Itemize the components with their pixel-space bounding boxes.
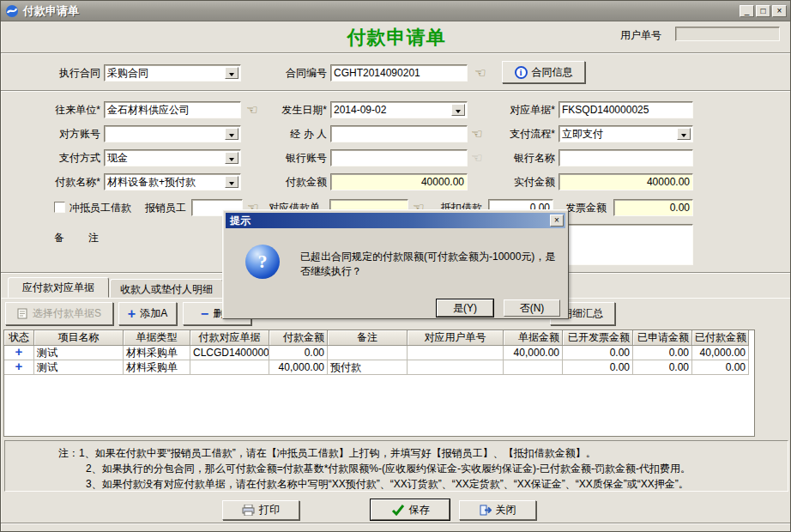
table-cell[interactable]: 0.00: [633, 346, 692, 360]
table-cell[interactable]: +: [4, 346, 34, 360]
check-icon: [391, 505, 405, 516]
print-button[interactable]: 打印: [222, 500, 299, 520]
table-header-cell[interactable]: 对应用户单号: [408, 330, 504, 346]
save-button[interactable]: 保存: [371, 499, 450, 520]
exec-contract-label: 执行合同: [18, 64, 100, 82]
table-cell[interactable]: CLCGD140000026: [190, 346, 269, 360]
table-cell[interactable]: 材料采购单: [124, 360, 190, 375]
table-cell[interactable]: 40,000.00: [269, 360, 328, 375]
chevron-down-icon[interactable]: [225, 152, 239, 164]
table-cell[interactable]: 40,000.00: [692, 346, 749, 360]
lookup-hand-icon[interactable]: ☜: [474, 66, 486, 80]
dialog-yes-button[interactable]: 是(Y): [437, 299, 493, 317]
plus-icon: +: [128, 308, 136, 320]
note-line: 3、如果付款没有对应付款单据，请在付款名称中写明“XX预付款”、“XX订货款”、…: [86, 476, 689, 492]
contract-no-label: 合同编号: [255, 64, 327, 82]
table-cell[interactable]: 0.00: [563, 346, 633, 360]
exit-door-icon: [480, 505, 492, 516]
table-cell[interactable]: 测试: [34, 346, 124, 360]
chevron-down-icon[interactable]: [677, 128, 691, 140]
maximize-icon[interactable]: □: [756, 5, 770, 17]
chevron-down-icon[interactable]: [225, 67, 239, 79]
dialog-message: 已超出合同规定的付款限额(可付款金额为-10000元)，是否继续执行？: [300, 250, 559, 279]
payment-request-window: 付款申请单 _ □ × 付款申请单 用户单号 执行合同 采购合同 合同编号 CG…: [0, 0, 791, 532]
table-cell[interactable]: 材料采购单: [124, 346, 190, 360]
chevron-down-icon[interactable]: [451, 104, 465, 116]
table-header-cell[interactable]: 已开发票金额: [563, 330, 633, 346]
table-cell[interactable]: [328, 346, 408, 360]
table-cell[interactable]: [408, 360, 504, 375]
table-header-cell[interactable]: 已申请金额: [633, 330, 692, 346]
offset-loan-checkbox[interactable]: [54, 202, 65, 213]
table-header-cell[interactable]: 单据金额: [504, 330, 563, 346]
close-icon[interactable]: ×: [772, 5, 787, 17]
pay-amount-field[interactable]: 40000.00: [330, 173, 468, 190]
table-header-cell[interactable]: 单据类型: [124, 330, 190, 346]
table-cell[interactable]: 测试: [34, 360, 124, 375]
table-row[interactable]: +测试材料采购单CLCGD1400000260.0040,000.000.000…: [4, 346, 754, 360]
table-header-cell[interactable]: 已付款金额: [692, 330, 749, 346]
dialog-no-button[interactable]: 否(N): [504, 299, 560, 317]
bank-name-field[interactable]: [559, 149, 693, 166]
invoice-label: 发票金额: [565, 199, 607, 216]
window-title: 付款申请单: [23, 1, 79, 21]
table-cell[interactable]: 0.00: [692, 360, 749, 375]
chevron-down-icon[interactable]: [225, 128, 239, 140]
dialog-titlebar: 提示: [226, 213, 565, 228]
table-cell[interactable]: [408, 346, 504, 360]
pay-flow-select[interactable]: 立即支付: [559, 125, 693, 142]
limit-warning-dialog: 提示 × ? 已超出合同规定的付款限额(可付款金额为-10000元)，是否继续执…: [222, 209, 569, 319]
tab-payable-docs[interactable]: 应付款对应单据: [8, 277, 109, 298]
user-no-field[interactable]: [675, 27, 780, 41]
expand-row-icon[interactable]: +: [15, 360, 23, 373]
payment-doc-table[interactable]: 状态项目名称单据类型付款对应单据付款金额备注对应用户单号单据金额已开发票金额已申…: [3, 329, 755, 437]
pay-flow-label: 支付流程*: [481, 125, 555, 142]
chevron-down-icon[interactable]: [225, 176, 239, 188]
info-icon: i: [515, 66, 528, 79]
note-line: 2、如果执行的分包合同，那么可付款金额=付款基数*付款限额%-(应收履约保证金-…: [86, 461, 691, 476]
date-select[interactable]: 2014-09-02: [330, 101, 468, 118]
contract-no-field[interactable]: CGHT2014090201: [330, 64, 468, 82]
expand-row-icon[interactable]: +: [15, 346, 23, 359]
select-payment-doc-button: 选择付款单据S: [5, 302, 113, 325]
pay-name-label: 付款名称*: [18, 173, 100, 190]
table-cell[interactable]: 40,000.00: [504, 346, 563, 360]
table-cell[interactable]: 预付款: [328, 360, 408, 375]
handler-field[interactable]: [330, 125, 468, 142]
reimburse-label: 报销员工: [145, 199, 186, 216]
pay-method-select[interactable]: 现金: [104, 149, 241, 166]
table-cell[interactable]: [504, 360, 563, 375]
ref-doc-field[interactable]: FKSQD140000025: [559, 101, 693, 118]
table-header-cell[interactable]: 项目名称: [34, 330, 124, 346]
table-cell[interactable]: +: [4, 360, 34, 375]
table-header-cell[interactable]: 备注: [328, 330, 408, 346]
bank-name-label: 银行名称: [481, 149, 555, 166]
note-line: 注：1、如果在付款中要“报销员工借款”，请在【冲抵员工借款】上打钩，并填写好【报…: [58, 445, 596, 461]
bank-account-field[interactable]: [330, 149, 468, 166]
minus-icon: −: [201, 308, 208, 320]
table-cell[interactable]: 0.00: [633, 360, 692, 375]
actual-amount-label: 实付金额: [481, 173, 555, 190]
table-header-cell[interactable]: 付款对应单据: [190, 330, 269, 346]
table-cell[interactable]: [190, 360, 269, 375]
table-header-cell[interactable]: 付款金额: [269, 330, 328, 346]
actual-amount-field[interactable]: 40000.00: [559, 173, 693, 190]
partner-field[interactable]: 金石材料供应公司: [104, 101, 241, 118]
minimize-icon[interactable]: _: [740, 5, 754, 17]
table-row[interactable]: +测试材料采购单40,000.00预付款0.000.000.00: [4, 360, 754, 375]
table-cell[interactable]: 0.00: [563, 360, 633, 375]
table-header-cell[interactable]: 状态: [4, 330, 34, 346]
user-no-label: 用户单号: [620, 27, 661, 44]
contract-info-button[interactable]: i 合同信息: [502, 61, 585, 83]
dialog-close-icon[interactable]: ×: [550, 215, 564, 227]
partner-account-select[interactable]: [104, 125, 241, 142]
divider: [1, 52, 791, 54]
ref-doc-label: 对应单据*: [481, 101, 555, 118]
pay-name-select[interactable]: 材料设备款+预付款: [104, 173, 241, 190]
tab-payee-detail[interactable]: 收款人或垫付人明细: [110, 279, 223, 298]
invoice-field[interactable]: 0.00: [613, 199, 693, 216]
close-button[interactable]: 关闭: [459, 500, 536, 520]
add-row-button[interactable]: + 添加A: [118, 302, 177, 325]
exec-contract-select[interactable]: 采购合同: [104, 64, 241, 82]
table-cell[interactable]: 0.00: [269, 346, 328, 360]
